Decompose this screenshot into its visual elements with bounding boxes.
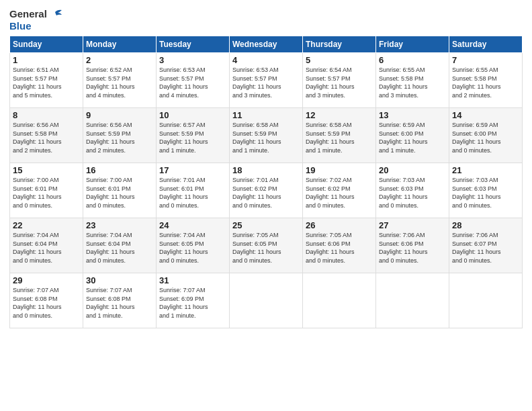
daylight-label: Daylight: 11 hours (159, 83, 208, 90)
day-number: 3 (159, 55, 226, 65)
daylight-label: Daylight: 11 hours (452, 193, 501, 200)
day-number: 4 (232, 55, 300, 65)
calendar-cell: 17Sunrise: 7:01 AMSunset: 6:01 PMDayligh… (157, 163, 230, 218)
page-header: General Blue (9, 7, 523, 32)
day-number: 13 (379, 110, 446, 120)
cell-info: Sunrise: 6:59 AMSunset: 6:00 PMDaylight:… (379, 121, 446, 154)
daylight-label: Daylight: 11 hours (232, 193, 281, 200)
calendar-cell: 19Sunrise: 7:02 AMSunset: 6:02 PMDayligh… (303, 163, 376, 218)
day-number: 1 (13, 55, 80, 65)
daylight-label: Daylight: 11 hours (379, 138, 428, 145)
daylight-label: Daylight: 11 hours (159, 193, 208, 200)
col-thursday: Thursday (303, 36, 376, 53)
calendar-cell: 30Sunrise: 7:07 AMSunset: 6:08 PMDayligh… (83, 273, 157, 328)
calendar-week-row: 15Sunrise: 7:00 AMSunset: 6:01 PMDayligh… (10, 163, 523, 218)
cell-info: Sunrise: 7:01 AMSunset: 6:02 PMDaylight:… (232, 176, 300, 210)
day-number: 14 (452, 110, 519, 120)
day-number: 7 (452, 55, 519, 65)
cell-info: Sunrise: 7:05 AMSunset: 6:06 PMDaylight:… (306, 231, 373, 265)
daylight-label: Daylight: 11 hours (379, 193, 428, 200)
day-number: 19 (306, 165, 373, 175)
day-number: 16 (86, 165, 153, 175)
calendar-header-row: Sunday Monday Tuesday Wednesday Thursday… (10, 36, 523, 53)
daylight-label: Daylight: 11 hours (306, 193, 355, 200)
daylight-label: Daylight: 11 hours (86, 193, 135, 200)
cell-info: Sunrise: 7:06 AMSunset: 6:07 PMDaylight:… (452, 231, 519, 265)
cell-info: Sunrise: 6:58 AMSunset: 5:59 PMDaylight:… (232, 121, 300, 154)
daylight-label: Daylight: 11 hours (13, 248, 62, 255)
calendar-cell: 2Sunrise: 6:52 AMSunset: 5:57 PMDaylight… (83, 53, 157, 108)
logo-blue-text: Blue (9, 20, 32, 32)
calendar-cell (376, 273, 449, 328)
day-number: 20 (379, 165, 446, 175)
cell-info: Sunrise: 6:53 AMSunset: 5:57 PMDaylight:… (159, 66, 226, 99)
day-number: 10 (159, 110, 226, 120)
cell-info: Sunrise: 7:01 AMSunset: 6:01 PMDaylight:… (159, 176, 226, 210)
daylight-label: Daylight: 11 hours (306, 248, 355, 255)
day-number: 11 (232, 110, 300, 120)
day-number: 31 (159, 275, 226, 285)
cell-info: Sunrise: 6:53 AMSunset: 5:57 PMDaylight:… (232, 66, 300, 99)
daylight-label: Daylight: 11 hours (13, 83, 62, 90)
cell-info: Sunrise: 7:07 AMSunset: 6:08 PMDaylight:… (86, 286, 153, 320)
cell-info: Sunrise: 6:51 AMSunset: 5:57 PMDaylight:… (13, 66, 80, 99)
calendar-cell: 9Sunrise: 6:56 AMSunset: 5:59 PMDaylight… (83, 108, 157, 163)
cell-info: Sunrise: 7:02 AMSunset: 6:02 PMDaylight:… (306, 176, 373, 210)
calendar-cell: 3Sunrise: 6:53 AMSunset: 5:57 PMDaylight… (157, 53, 230, 108)
calendar-cell: 11Sunrise: 6:58 AMSunset: 5:59 PMDayligh… (230, 108, 303, 163)
calendar-cell: 31Sunrise: 7:07 AMSunset: 6:09 PMDayligh… (157, 273, 230, 328)
logo-general-text: General (9, 8, 47, 19)
col-saturday: Saturday (449, 36, 523, 53)
calendar-cell (449, 273, 523, 328)
day-number: 24 (159, 220, 226, 230)
daylight-label: Daylight: 11 hours (232, 83, 281, 90)
calendar-cell: 24Sunrise: 7:04 AMSunset: 6:05 PMDayligh… (157, 218, 230, 273)
day-number: 23 (86, 220, 153, 230)
daylight-label: Daylight: 11 hours (232, 248, 281, 255)
col-tuesday: Tuesday (157, 36, 230, 53)
cell-info: Sunrise: 7:04 AMSunset: 6:05 PMDaylight:… (159, 231, 226, 265)
daylight-label: Daylight: 11 hours (86, 138, 135, 145)
day-number: 12 (306, 110, 373, 120)
calendar-cell: 6Sunrise: 6:55 AMSunset: 5:58 PMDaylight… (376, 53, 449, 108)
cell-info: Sunrise: 6:54 AMSunset: 5:57 PMDaylight:… (306, 66, 373, 99)
col-friday: Friday (376, 36, 449, 53)
day-number: 6 (379, 55, 446, 65)
calendar-cell: 29Sunrise: 7:07 AMSunset: 6:08 PMDayligh… (10, 273, 83, 328)
calendar-cell: 18Sunrise: 7:01 AMSunset: 6:02 PMDayligh… (230, 163, 303, 218)
calendar-cell: 4Sunrise: 6:53 AMSunset: 5:57 PMDaylight… (230, 53, 303, 108)
calendar-cell: 28Sunrise: 7:06 AMSunset: 6:07 PMDayligh… (449, 218, 523, 273)
day-number: 8 (13, 110, 80, 120)
calendar-cell: 27Sunrise: 7:06 AMSunset: 6:06 PMDayligh… (376, 218, 449, 273)
calendar-cell: 13Sunrise: 6:59 AMSunset: 6:00 PMDayligh… (376, 108, 449, 163)
daylight-label: Daylight: 11 hours (452, 248, 501, 255)
cell-info: Sunrise: 6:52 AMSunset: 5:57 PMDaylight:… (86, 66, 153, 99)
day-number: 28 (452, 220, 519, 230)
daylight-label: Daylight: 11 hours (306, 83, 355, 90)
cell-info: Sunrise: 7:04 AMSunset: 6:04 PMDaylight:… (13, 231, 80, 265)
calendar-cell: 1Sunrise: 6:51 AMSunset: 5:57 PMDaylight… (10, 53, 83, 108)
day-number: 26 (306, 220, 373, 230)
col-monday: Monday (83, 36, 157, 53)
day-number: 5 (306, 55, 373, 65)
page-container: General Blue Sunday Monday Tuesday Wedne… (0, 0, 532, 334)
day-number: 15 (13, 165, 80, 175)
calendar-week-row: 1Sunrise: 6:51 AMSunset: 5:57 PMDaylight… (10, 53, 523, 108)
cell-info: Sunrise: 7:07 AMSunset: 6:08 PMDaylight:… (13, 286, 80, 320)
cell-info: Sunrise: 7:06 AMSunset: 6:06 PMDaylight:… (379, 231, 446, 265)
calendar-cell: 14Sunrise: 6:59 AMSunset: 6:00 PMDayligh… (449, 108, 523, 163)
cell-info: Sunrise: 7:00 AMSunset: 6:01 PMDaylight:… (13, 176, 80, 210)
daylight-label: Daylight: 11 hours (306, 138, 355, 145)
calendar-cell: 25Sunrise: 7:05 AMSunset: 6:05 PMDayligh… (230, 218, 303, 273)
cell-info: Sunrise: 7:00 AMSunset: 6:01 PMDaylight:… (86, 176, 153, 210)
day-number: 18 (232, 165, 300, 175)
daylight-label: Daylight: 11 hours (13, 304, 62, 310)
daylight-label: Daylight: 11 hours (452, 83, 501, 90)
calendar-cell: 5Sunrise: 6:54 AMSunset: 5:57 PMDaylight… (303, 53, 376, 108)
logo: General Blue (9, 7, 63, 32)
calendar-cell: 12Sunrise: 6:58 AMSunset: 5:59 PMDayligh… (303, 108, 376, 163)
day-number: 9 (86, 110, 153, 120)
day-number: 29 (13, 275, 80, 285)
cell-info: Sunrise: 7:07 AMSunset: 6:09 PMDaylight:… (159, 286, 226, 320)
calendar-cell: 16Sunrise: 7:00 AMSunset: 6:01 PMDayligh… (83, 163, 157, 218)
